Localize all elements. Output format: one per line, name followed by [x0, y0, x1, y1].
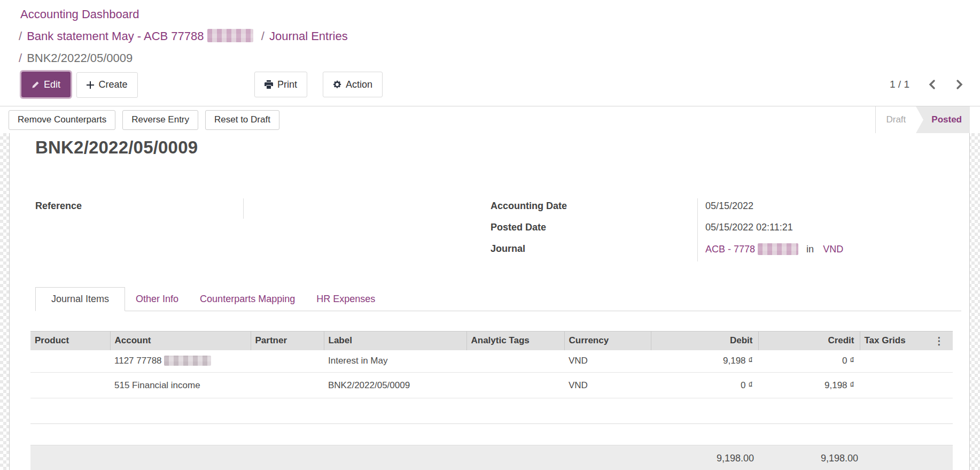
notebook-tabs: Journal Items Other Info Counterparts Ma… — [35, 287, 961, 311]
cell-account[interactable]: 515 Financial income — [110, 373, 251, 398]
journal-items-table: Product Account Partner Label Analytic T… — [30, 331, 953, 424]
breadcrumb-accounting-dashboard[interactable]: Accounting Dashboard — [20, 7, 139, 21]
cell-debit[interactable]: 0 ₫ — [651, 373, 758, 398]
journal-in-word: in — [806, 244, 814, 255]
control-panel: Edit Create Print Action 1 / 1 — [14, 72, 980, 97]
state-arrow-notch — [916, 106, 923, 133]
journal-value: ACB - 7778 in VND — [705, 243, 843, 255]
column-header-credit[interactable]: Credit — [758, 332, 860, 350]
breadcrumb: Accounting Dashboard /Bank statement May… — [14, 3, 980, 69]
edit-button[interactable]: Edit — [21, 72, 71, 97]
breadcrumb-bank-statement[interactable]: Bank statement May - ACB 77788 — [27, 29, 204, 43]
reverse-entry-button[interactable]: Reverse Entry — [122, 110, 198, 130]
tab-hr-expenses[interactable]: HR Expenses — [306, 287, 386, 311]
journal-label: Journal — [491, 243, 525, 255]
cell-label[interactable]: BNK2/2022/05/0009 — [324, 373, 466, 398]
print-button[interactable]: Print — [254, 72, 307, 97]
table-empty-row — [30, 398, 953, 424]
totals-row: 9,198.00 9,198.00 — [30, 445, 953, 470]
pager-count: 1 / 1 — [890, 79, 909, 90]
posted-date-label: Posted Date — [491, 222, 546, 233]
cell-product[interactable] — [30, 350, 110, 373]
table-row[interactable]: 1127 77788 Interest in May VND 9,198 ₫ 0… — [30, 350, 953, 373]
field-column-divider — [697, 198, 698, 261]
cell-label[interactable]: Interest in May — [324, 350, 466, 373]
posted-date-value: 05/15/2022 02:11:21 — [705, 222, 793, 233]
column-header-partner[interactable]: Partner — [251, 332, 324, 350]
optional-columns-icon[interactable]: ⋮ — [934, 335, 944, 346]
reset-to-draft-button[interactable]: Reset to Draft — [205, 110, 279, 130]
cell-debit[interactable]: 9,198 ₫ — [651, 350, 758, 373]
cell-analytic-tags[interactable] — [466, 350, 564, 373]
tab-journal-items[interactable]: Journal Items — [35, 287, 125, 311]
cell-partner[interactable] — [251, 350, 324, 373]
column-header-tax-grids[interactable]: Tax Grids ⋮ — [860, 332, 953, 350]
pencil-icon — [32, 81, 40, 89]
pager: 1 / 1 — [890, 72, 965, 97]
create-button-label: Create — [98, 79, 127, 90]
redacted-account-suffix — [164, 356, 211, 366]
redacted-account-number — [207, 29, 253, 42]
breadcrumb-journal-entries[interactable]: Journal Entries — [269, 29, 348, 43]
column-header-currency[interactable]: Currency — [564, 332, 651, 350]
accounting-date-value[interactable]: 05/15/2022 — [705, 201, 753, 212]
pager-next-button[interactable] — [954, 78, 965, 91]
reference-label: Reference — [35, 201, 82, 212]
cell-tax-grids[interactable] — [860, 373, 953, 398]
record-title: BNK2/2022/05/0009 — [35, 137, 198, 158]
column-header-product[interactable]: Product — [30, 332, 110, 350]
column-header-analytic-tags[interactable]: Analytic Tags — [466, 332, 564, 350]
content-background: BNK2/2022/05/0009 Reference Accounting D… — [0, 133, 980, 470]
table-header-row: Product Account Partner Label Analytic T… — [30, 332, 953, 350]
column-header-account[interactable]: Account — [110, 332, 251, 350]
edit-button-label: Edit — [44, 79, 60, 90]
cell-account[interactable]: 1127 77788 — [110, 350, 251, 373]
state-posted-label: Posted — [931, 114, 962, 125]
action-button-label: Action — [346, 79, 372, 90]
column-header-label[interactable]: Label — [324, 332, 466, 350]
breadcrumb-current-record: BNK2/2022/05/0009 — [27, 51, 133, 65]
cell-partner[interactable] — [251, 373, 324, 398]
state-pipeline: Draft Posted — [875, 106, 970, 133]
create-button[interactable]: Create — [76, 72, 137, 98]
journal-currency-link[interactable]: VND — [823, 244, 843, 255]
tax-grids-label: Tax Grids — [865, 335, 906, 345]
total-credit: 9,198.00 — [821, 453, 858, 464]
state-posted[interactable]: Posted — [916, 106, 970, 133]
plus-icon — [87, 81, 94, 89]
breadcrumb-separator: / — [19, 29, 22, 43]
action-button[interactable]: Action — [323, 72, 383, 97]
cell-analytic-tags[interactable] — [466, 373, 564, 398]
breadcrumb-separator: / — [261, 29, 265, 43]
redacted-journal-number — [758, 243, 798, 255]
cell-currency[interactable]: VND — [564, 350, 651, 373]
reference-field[interactable] — [243, 198, 244, 219]
state-draft[interactable]: Draft — [875, 106, 916, 133]
chevron-left-icon — [928, 79, 936, 90]
table-row[interactable]: 515 Financial income BNK2/2022/05/0009 V… — [30, 373, 953, 398]
column-header-debit[interactable]: Debit — [651, 332, 758, 350]
cell-credit[interactable]: 9,198 ₫ — [758, 373, 860, 398]
gear-icon — [333, 80, 341, 89]
top-header: Accounting Dashboard /Bank statement May… — [0, 0, 980, 97]
printer-icon — [265, 80, 273, 89]
cell-credit[interactable]: 0 ₫ — [758, 350, 860, 373]
journal-link[interactable]: ACB - 7778 — [705, 244, 755, 255]
pager-previous-button[interactable] — [927, 78, 937, 91]
account-text: 1127 77788 — [114, 356, 162, 366]
print-button-label: Print — [277, 79, 297, 90]
cell-tax-grids[interactable] — [860, 350, 953, 373]
remove-counterparts-button[interactable]: Remove Counterparts — [9, 110, 115, 130]
tab-counterparts-mapping[interactable]: Counterparts Mapping — [189, 287, 306, 311]
total-debit: 9,198.00 — [717, 453, 754, 464]
status-bar: Remove Counterparts Reverse Entry Reset … — [0, 106, 980, 134]
accounting-date-label: Accounting Date — [491, 201, 567, 212]
chevron-right-icon — [955, 79, 964, 90]
cell-currency[interactable]: VND — [564, 373, 651, 398]
breadcrumb-separator: / — [19, 51, 22, 65]
cell-product[interactable] — [30, 373, 110, 398]
form-sheet: BNK2/2022/05/0009 Reference Accounting D… — [9, 133, 970, 470]
tab-other-info[interactable]: Other Info — [125, 287, 189, 311]
